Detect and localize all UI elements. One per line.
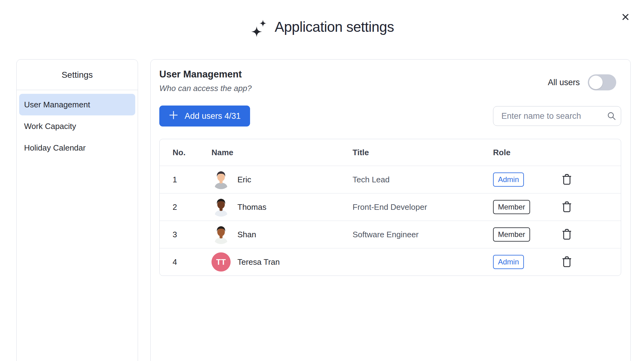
user-name: Eric	[237, 175, 251, 185]
delete-user-button[interactable]	[560, 228, 574, 241]
user-name-cell: Thomas	[211, 197, 353, 217]
sidebar-item-label: Work Capacity	[24, 122, 76, 131]
sidebar-item-user-management[interactable]: User Management	[19, 94, 135, 115]
sparkles-icon	[250, 19, 269, 38]
close-icon	[621, 12, 630, 23]
row-number: 3	[160, 230, 211, 239]
table-row: 3 Shan Software Engineer Member	[160, 221, 621, 248]
column-header-title: Title	[353, 148, 493, 157]
role-badge[interactable]: Member	[493, 200, 530, 214]
user-name-cell: TT Teresa Tran	[211, 252, 353, 272]
row-number: 2	[160, 202, 211, 212]
sidebar-item-work-capacity[interactable]: Work Capacity	[19, 115, 135, 137]
table-row: 4 TT Teresa Tran Admin	[160, 248, 621, 276]
avatar	[211, 197, 231, 217]
sidebar-item-holiday-calendar[interactable]: Holiday Calendar	[19, 137, 135, 159]
avatar	[211, 170, 231, 189]
page-title: Application settings	[275, 16, 394, 38]
table-row: 2 Thomas Front-End Developer Member	[160, 193, 621, 221]
row-number: 4	[160, 257, 211, 267]
sidebar-title: Settings	[17, 60, 138, 90]
dialog-body: Settings User Management Work Capacity H…	[0, 59, 644, 361]
actions-cell	[559, 173, 621, 186]
search-input[interactable]	[493, 106, 621, 126]
user-name-cell: Shan	[211, 225, 353, 244]
trash-icon	[561, 201, 572, 214]
panel-heading-block: User Management Who can access the app?	[159, 69, 252, 93]
user-management-panel: User Management Who can access the app? …	[150, 59, 631, 361]
user-name: Teresa Tran	[237, 257, 280, 267]
column-header-name: Name	[211, 148, 353, 157]
all-users-toggle[interactable]	[588, 74, 616, 90]
column-header-role: Role	[493, 148, 559, 157]
row-number: 1	[160, 175, 211, 185]
actions-cell	[559, 255, 621, 269]
sidebar-nav: User Management Work Capacity Holiday Ca…	[17, 90, 138, 162]
user-title: Software Engineer	[353, 230, 493, 239]
panel-title: User Management	[159, 69, 252, 80]
role-badge[interactable]: Member	[493, 227, 530, 242]
user-name-cell: Eric	[211, 170, 353, 189]
delete-user-button[interactable]	[560, 200, 574, 214]
all-users-control: All users	[548, 74, 616, 90]
plus-icon	[169, 110, 178, 122]
trash-icon	[561, 173, 572, 186]
sidebar-item-label: User Management	[24, 100, 90, 110]
settings-sidebar: Settings User Management Work Capacity H…	[16, 59, 138, 361]
role-badge[interactable]: Admin	[493, 172, 524, 187]
column-header-no: No.	[160, 148, 211, 157]
all-users-label: All users	[548, 78, 580, 87]
delete-user-button[interactable]	[560, 255, 574, 269]
user-name: Shan	[237, 230, 256, 239]
actions-cell	[559, 228, 621, 241]
delete-user-button[interactable]	[560, 173, 574, 186]
toggle-knob	[589, 76, 603, 89]
add-users-button[interactable]: Add users 4/31	[159, 106, 250, 127]
table-row: 1 Eric Tech Lead Admin	[160, 166, 621, 193]
add-users-label: Add users 4/31	[185, 111, 241, 121]
sidebar-item-label: Holiday Calendar	[24, 143, 86, 153]
close-button[interactable]	[620, 12, 631, 23]
user-name: Thomas	[237, 202, 266, 212]
role-badge[interactable]: Admin	[493, 255, 524, 269]
table-header: No. Name Title Role	[160, 139, 621, 166]
dialog-header: Application settings	[0, 0, 644, 59]
trash-icon	[561, 228, 572, 241]
users-table: No. Name Title Role 1 Eric Tech Lead	[159, 139, 621, 276]
user-title: Front-End Developer	[353, 202, 493, 212]
search-box	[493, 106, 621, 126]
trash-icon	[561, 256, 572, 268]
role-cell: Admin	[493, 172, 559, 187]
avatar: TT	[211, 252, 231, 272]
avatar	[211, 225, 231, 244]
role-cell: Admin	[493, 255, 559, 269]
role-cell: Member	[493, 200, 559, 214]
table-body: 1 Eric Tech Lead Admin	[160, 166, 621, 276]
user-title: Tech Lead	[353, 175, 493, 185]
panel-subtitle: Who can access the app?	[159, 84, 252, 93]
actions-cell	[559, 200, 621, 214]
role-cell: Member	[493, 227, 559, 242]
